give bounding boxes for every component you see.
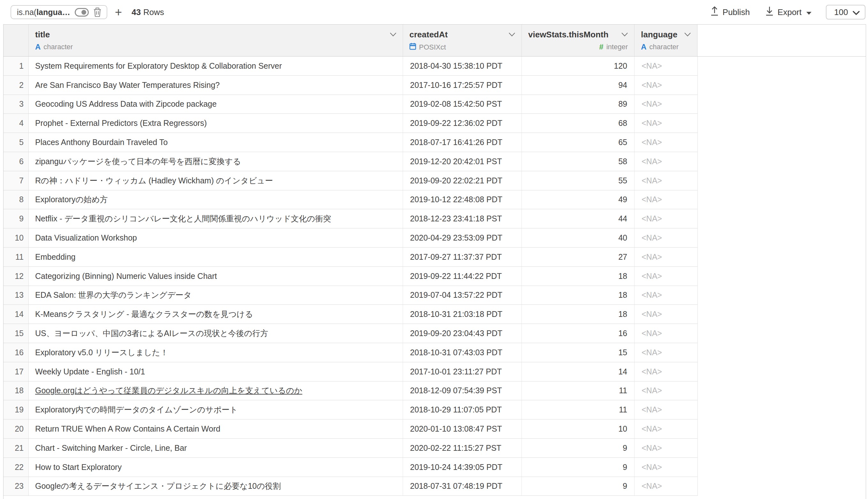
cell-createdAt: 2018-07-17 16:41:26 PDT (403, 133, 522, 152)
cell-title[interactable]: Netflix - データ重視のシリコンバレー文化と人間関係重視のハリウッド文化… (29, 209, 403, 228)
cell-title[interactable]: Chart - Switching Marker - Circle, Line,… (29, 439, 403, 458)
chevron-down-icon[interactable] (684, 32, 691, 38)
cell-createdAt: 2019-09-22 11:44:22 PDT (403, 267, 522, 285)
cell-title[interactable]: Exploratory内での時間データのタイムゾーンのサポート (29, 400, 403, 419)
cell-title[interactable]: K-Meansクラスタリング - 最適なクラスターの数を見つける (29, 305, 403, 324)
cell-language: <NA> (634, 152, 697, 171)
table-row[interactable]: 3 Geocoding US Address Data with Zipcode… (3, 95, 697, 114)
chevron-down-icon[interactable] (390, 32, 396, 38)
cell-language: <NA> (634, 267, 697, 285)
download-icon (765, 6, 774, 18)
table-row[interactable]: 7 Rの神：ハドリー・ウィッカム (Hadley Wickham) のインタビュ… (3, 171, 697, 191)
add-step-button[interactable]: + (115, 6, 122, 18)
column-header-createdAt[interactable]: createdAt POSIXct (403, 25, 522, 56)
row-count-number: 43 (132, 7, 141, 17)
cell-views: 9 (522, 458, 634, 477)
row-number: 4 (3, 114, 29, 133)
table-row[interactable]: 16 Exploratory v5.0 リリースしました！ 2018-10-31… (3, 343, 697, 362)
table-row[interactable]: 2 Are San Francisco Bay Water Temperatur… (3, 76, 697, 95)
cell-views: 94 (522, 76, 634, 95)
table-row[interactable]: 11 Embedding 2017-09-27 11:37:37 PDT 27 … (3, 247, 697, 267)
cell-title[interactable]: US、ヨーロッパ、中国の3者によるAIレースの現状と今後の行方 (29, 324, 403, 343)
cell-title[interactable]: EDA Salon: 世界の大学のランキングデータ (29, 286, 403, 305)
cell-views: 89 (522, 95, 634, 114)
cell-language: <NA> (634, 286, 697, 305)
table-row[interactable]: 23 Googleの考えるデータサイエンス・プロジェクトに必要な10の役割 20… (3, 477, 697, 496)
cell-views: 120 (522, 57, 634, 75)
filter-step-chip[interactable]: is.na(langua… (11, 5, 107, 19)
cell-views: 18 (522, 267, 634, 285)
column-header-language[interactable]: language A character (634, 25, 697, 56)
cell-title[interactable]: Return TRUE When A Row Contains A Certai… (29, 419, 403, 438)
chevron-down-icon[interactable] (621, 32, 628, 38)
cell-views: 18 (522, 286, 634, 305)
table-row[interactable]: 15 US、ヨーロッパ、中国の3者によるAIレースの現状と今後の行方 2019-… (3, 324, 697, 343)
table-row[interactable]: 19 Exploratory内での時間データのタイムゾーンのサポート 2018-… (3, 400, 697, 419)
header-row-number (3, 25, 29, 56)
cell-title[interactable]: How to Start Exploratory (29, 458, 403, 477)
data-table: title A character createdAt (3, 24, 866, 499)
page-size-select[interactable]: 100 (826, 5, 866, 20)
cell-language: <NA> (634, 247, 697, 266)
cell-title[interactable]: Data Visualization Workshop (29, 228, 403, 247)
cell-title[interactable]: Are San Francisco Bay Water Temperatures… (29, 76, 403, 95)
cell-createdAt: 2019-10-12 22:48:08 PDT (403, 191, 522, 209)
cell-title[interactable]: Prophet - External Predictors (Extra Reg… (29, 114, 403, 133)
cell-title[interactable]: Googleの考えるデータサイエンス・プロジェクトに必要な10の役割 (29, 477, 403, 496)
cell-language: <NA> (634, 477, 697, 496)
table-body: 1 System Requirements for Exploratory De… (3, 57, 698, 496)
cell-language: <NA> (634, 57, 697, 75)
chevron-down-icon[interactable] (509, 32, 515, 38)
cell-title[interactable]: Exploratoryの始め方 (29, 191, 403, 209)
cell-createdAt: 2018-07-31 07:48:19 PDT (403, 477, 522, 496)
column-type: # integer (528, 42, 628, 51)
cell-createdAt: 2018-12-23 23:41:18 PST (403, 209, 522, 228)
table-row[interactable]: 1 System Requirements for Exploratory De… (3, 57, 697, 76)
table-row[interactable]: 9 Netflix - データ重視のシリコンバレー文化と人間関係重視のハリウッド… (3, 209, 697, 228)
table-row[interactable]: 5 Places Anthony Bourdain Traveled To 20… (3, 133, 697, 152)
cell-language: <NA> (634, 76, 697, 95)
table-row[interactable]: 21 Chart - Switching Marker - Circle, Li… (3, 439, 697, 458)
cell-title[interactable]: Categorizing (Binning) Numeric Values in… (29, 267, 403, 285)
table-row[interactable]: 20 Return TRUE When A Row Contains A Cer… (3, 419, 697, 439)
row-number: 9 (3, 209, 29, 228)
cell-title[interactable]: System Requirements for Exploratory Desk… (29, 57, 403, 75)
cell-language: <NA> (634, 343, 697, 362)
column-header-title[interactable]: title A character (29, 25, 403, 56)
trash-icon[interactable] (93, 7, 101, 17)
step-toggle-icon[interactable] (75, 8, 89, 16)
publish-button[interactable]: Publish (710, 6, 750, 18)
table-row[interactable]: 6 zipanguパッケージを使って日本の年号を西暦に変換する 2019-12-… (3, 152, 697, 171)
table-row[interactable]: 4 Prophet - External Predictors (Extra R… (3, 114, 697, 133)
cell-language: <NA> (634, 381, 697, 400)
cell-views: 15 (522, 343, 634, 362)
cell-title[interactable]: zipanguパッケージを使って日本の年号を西暦に変換する (29, 152, 403, 171)
cell-title[interactable]: Exploratory v5.0 リリースしました！ (29, 343, 403, 362)
cell-views: 10 (522, 419, 634, 438)
column-header-viewStats-thisMonth[interactable]: viewStats.thisMonth # integer (522, 25, 634, 56)
cell-views: 16 (522, 324, 634, 343)
table-row[interactable]: 8 Exploratoryの始め方 2019-10-12 22:48:08 PD… (3, 191, 697, 209)
table-row[interactable]: 13 EDA Salon: 世界の大学のランキングデータ 2019-07-04 … (3, 286, 697, 305)
cell-title[interactable]: Embedding (29, 247, 403, 266)
table-row[interactable]: 18 Google.orgはどうやって従業員のデジタルスキルの向上を支えているの… (3, 381, 697, 401)
row-number: 1 (3, 57, 29, 75)
cell-title[interactable]: Geocoding US Address Data with Zipcode p… (29, 95, 403, 114)
cell-title[interactable]: Places Anthony Bourdain Traveled To (29, 133, 403, 152)
filter-expression: is.na(langua… (17, 8, 70, 17)
table-row[interactable]: 14 K-Meansクラスタリング - 最適なクラスターの数を見つける 2018… (3, 305, 697, 324)
row-number: 15 (3, 324, 29, 343)
export-button[interactable]: Export (765, 6, 812, 18)
table-row[interactable]: 22 How to Start Exploratory 2019-10-24 1… (3, 458, 697, 477)
cell-views: 49 (522, 191, 634, 209)
row-number: 13 (3, 286, 29, 305)
cell-title[interactable]: Weekly Update - English - 10/1 (29, 362, 403, 381)
table-row[interactable]: 10 Data Visualization Workshop 2020-04-2… (3, 228, 697, 247)
table-row[interactable]: 17 Weekly Update - English - 10/1 2017-1… (3, 362, 697, 381)
cell-title[interactable]: Google.orgはどうやって従業員のデジタルスキルの向上を支えているのか (29, 381, 403, 400)
cell-title[interactable]: Rの神：ハドリー・ウィッカム (Hadley Wickham) のインタビュー (29, 171, 403, 190)
table-row[interactable]: 12 Categorizing (Binning) Numeric Values… (3, 267, 697, 286)
publish-label: Publish (723, 7, 750, 17)
row-number: 20 (3, 419, 29, 438)
page-size-value: 100 (834, 7, 848, 17)
